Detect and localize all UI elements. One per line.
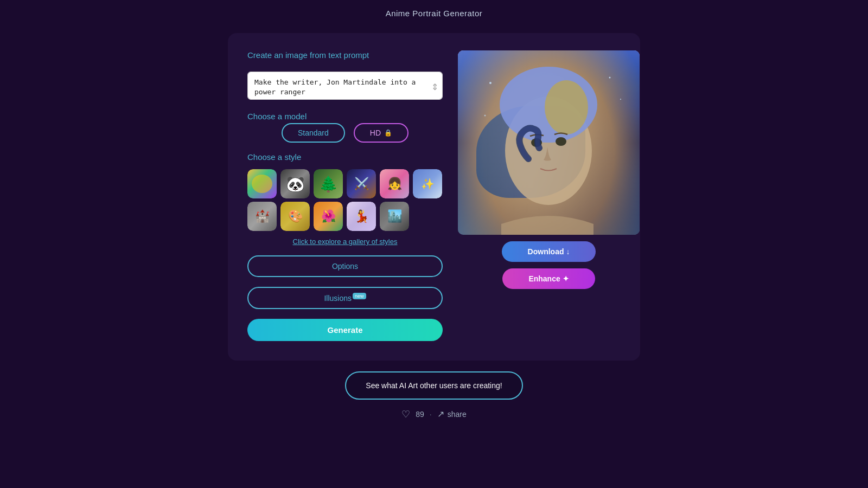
model-buttons: Standard HD 🔒	[247, 123, 443, 143]
prompt-input[interactable]	[247, 72, 443, 100]
like-button[interactable]: ♡	[401, 408, 410, 420]
style-thumb-9[interactable]	[314, 202, 343, 231]
heart-icon: ♡	[401, 408, 410, 420]
style-thumb-6[interactable]	[413, 169, 442, 198]
main-card: Create an image from text prompt ⇕ Choos…	[228, 33, 640, 361]
right-panel: Download ↓ Enhance ✦	[458, 50, 640, 341]
style-thumb-3[interactable]	[314, 169, 343, 198]
options-button[interactable]: Options	[247, 255, 443, 277]
explore-gallery-link[interactable]: Click to explore a gallery of styles	[247, 237, 443, 246]
illusions-button[interactable]: Illusionsnew	[247, 287, 443, 309]
create-label: Create an image from text prompt	[247, 50, 443, 62]
style-thumb-7[interactable]	[247, 202, 277, 231]
hd-model-button[interactable]: HD 🔒	[354, 123, 409, 143]
generated-image	[458, 50, 640, 235]
standard-model-button[interactable]: Standard	[282, 123, 345, 143]
svg-point-7	[620, 99, 621, 100]
community-cta-button[interactable]: See what AI Art other users are creating…	[345, 371, 522, 400]
like-count: 89	[416, 410, 424, 419]
share-icon: ↗	[437, 409, 444, 419]
left-panel: Create an image from text prompt ⇕ Choos…	[247, 50, 443, 341]
social-row: ♡ 89 · ↗ share	[401, 408, 467, 420]
enhance-button[interactable]: Enhance ✦	[502, 268, 595, 289]
portrait-svg	[458, 50, 640, 235]
style-grid	[247, 169, 443, 231]
new-badge: new	[353, 293, 366, 299]
svg-point-5	[489, 82, 492, 84]
share-button[interactable]: ↗ share	[437, 409, 467, 419]
dot-separator: ·	[430, 410, 432, 419]
style-section: Choose a style	[247, 152, 443, 246]
lock-icon: 🔒	[384, 129, 392, 137]
style-thumb-11[interactable]	[380, 202, 409, 231]
svg-point-2	[545, 80, 588, 134]
style-thumb-1[interactable]	[247, 169, 277, 198]
style-thumb-8[interactable]	[280, 202, 310, 231]
style-thumb-5[interactable]	[380, 169, 409, 198]
svg-point-6	[609, 77, 611, 79]
share-label: share	[448, 410, 467, 419]
community-section: See what AI Art other users are creating…	[345, 371, 522, 420]
model-section: Choose a model Standard HD 🔒	[247, 112, 443, 143]
style-thumb-10[interactable]	[347, 202, 376, 231]
svg-point-8	[484, 115, 486, 117]
download-button[interactable]: Download ↓	[502, 241, 596, 262]
style-thumb-2[interactable]	[280, 169, 310, 198]
generate-button[interactable]: Generate	[247, 319, 443, 341]
style-thumb-4[interactable]	[347, 169, 376, 198]
prompt-area: ⇕	[247, 72, 443, 102]
svg-point-4	[556, 137, 566, 146]
page-title: Anime Portrait Generator	[0, 0, 868, 29]
